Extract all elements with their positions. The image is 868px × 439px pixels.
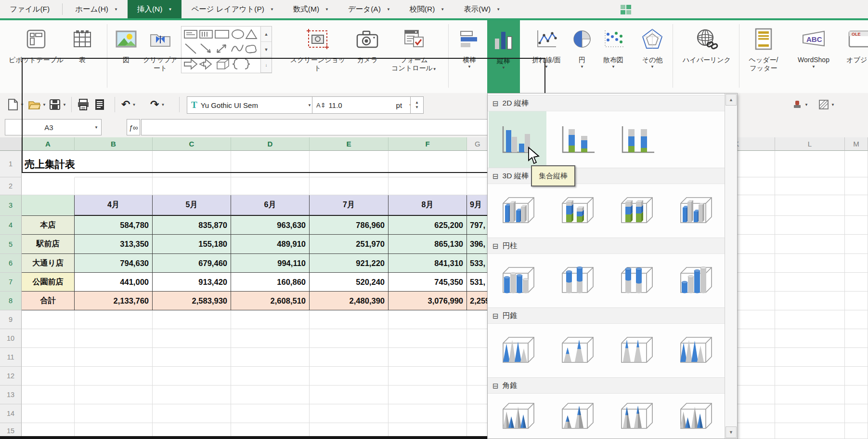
dropdown-caret[interactable]: ▼ bbox=[270, 7, 274, 12]
cell-M1[interactable] bbox=[845, 151, 868, 177]
cell-M11[interactable] bbox=[845, 348, 868, 367]
cell-D14[interactable] bbox=[231, 404, 310, 423]
cell-E10[interactable] bbox=[310, 329, 389, 348]
cell-E2[interactable] bbox=[310, 177, 389, 195]
dropdown-caret[interactable]: ▼ bbox=[325, 7, 329, 12]
menu-tab-3[interactable]: 挿入(N)▼ bbox=[128, 0, 181, 18]
cell-C8[interactable]: 2,583,930 bbox=[153, 292, 231, 310]
cell-C11[interactable] bbox=[153, 348, 231, 367]
menu-tab-7[interactable]: 校閲(R)▼ bbox=[400, 0, 454, 18]
cell-B14[interactable] bbox=[75, 404, 153, 423]
dropdown-caret[interactable]: ▼ bbox=[94, 125, 98, 130]
cell-E13[interactable] bbox=[310, 386, 389, 404]
cell-C3[interactable]: 5月 bbox=[153, 195, 231, 216]
cell-L6[interactable] bbox=[775, 254, 845, 273]
object-button[interactable]: OLE オブジェ bbox=[843, 22, 868, 64]
cell-L2[interactable] bbox=[775, 177, 845, 195]
cell-F7[interactable]: 745,350 bbox=[389, 273, 467, 292]
chart-type-clustered-cylinder[interactable] bbox=[491, 254, 544, 307]
row-header-2[interactable]: 2 bbox=[0, 177, 22, 195]
cell-B4[interactable]: 584,780 bbox=[75, 216, 153, 235]
dropdown-caret[interactable]: ▼ bbox=[387, 7, 390, 12]
row-header-5[interactable]: 5 bbox=[0, 235, 22, 254]
pie-chart-button[interactable]: 円 ▼ bbox=[571, 22, 593, 69]
print-preview-button[interactable] bbox=[94, 96, 105, 113]
column-header-A[interactable]: A bbox=[22, 137, 75, 151]
shapes-gallery-scroll[interactable]: ▲ ▼ ↓ bbox=[261, 26, 272, 73]
chart-type-pyramid-3d[interactable] bbox=[669, 394, 722, 439]
cell-L4[interactable] bbox=[775, 216, 845, 235]
cell-D9[interactable] bbox=[231, 310, 310, 329]
column-chart-button[interactable]: 縦棒 ▼ bbox=[487, 20, 520, 96]
dropdown-caret[interactable]: ▼ bbox=[831, 103, 835, 107]
clipart-button[interactable]: クリップアート bbox=[143, 22, 178, 72]
cell-F10[interactable] bbox=[389, 329, 467, 348]
cell-F3[interactable]: 8月 bbox=[389, 195, 467, 216]
cell-E6[interactable]: 921,220 bbox=[310, 254, 389, 273]
cell-B3[interactable]: 4月 bbox=[75, 195, 153, 216]
cell-M7[interactable] bbox=[845, 273, 868, 292]
table-button[interactable]: 表 bbox=[70, 22, 95, 64]
cell-A8[interactable]: 合計 bbox=[22, 292, 75, 310]
cell-F4[interactable]: 625,200 bbox=[389, 216, 467, 235]
cell-C6[interactable]: 679,460 bbox=[153, 254, 231, 273]
cell-A2[interactable] bbox=[22, 177, 75, 195]
gallery-expand-icon[interactable]: ↓ bbox=[261, 57, 272, 73]
row-header-13[interactable]: 13 bbox=[0, 386, 22, 404]
cell-B7[interactable]: 441,000 bbox=[75, 273, 153, 292]
cell-E8[interactable]: 2,480,390 bbox=[310, 292, 389, 310]
row-header-10[interactable]: 10 bbox=[0, 329, 22, 348]
cell-C4[interactable]: 835,870 bbox=[153, 216, 231, 235]
camera-button[interactable]: カメラ bbox=[351, 22, 383, 64]
cell-L15[interactable] bbox=[775, 423, 845, 439]
font-size-stepper[interactable]: ▲▼ bbox=[410, 96, 424, 114]
cell-M5[interactable] bbox=[845, 235, 868, 254]
cell-M3[interactable] bbox=[845, 195, 868, 216]
cell-L1[interactable] bbox=[775, 151, 845, 177]
font-name-select[interactable]: T Yu Gothic UI Sem ▼ bbox=[187, 96, 316, 114]
dropdown-caret[interactable]: ▼ bbox=[132, 103, 136, 107]
cell-B6[interactable]: 794,630 bbox=[75, 254, 153, 273]
cell-D3[interactable]: 6月 bbox=[231, 195, 310, 216]
row-header-6[interactable]: 6 bbox=[0, 254, 22, 273]
menu-tab-1[interactable]: ファイル(F) bbox=[0, 0, 59, 18]
cell-D7[interactable]: 160,860 bbox=[231, 273, 310, 292]
panel-scrollbar[interactable]: ▲▼ bbox=[725, 93, 737, 439]
cell-A6[interactable]: 大通り店 bbox=[22, 254, 75, 273]
cell-C5[interactable]: 155,180 bbox=[153, 235, 231, 254]
cell-F6[interactable]: 841,310 bbox=[389, 254, 467, 273]
shapes-gallery[interactable]: ▲ ▼ ↓ bbox=[181, 26, 272, 73]
cell-L8[interactable] bbox=[775, 292, 845, 310]
chart-type-column-3d[interactable] bbox=[669, 184, 722, 238]
cell-A13[interactable] bbox=[22, 386, 75, 404]
cell-M2[interactable] bbox=[845, 177, 868, 195]
column-header-L[interactable]: L bbox=[775, 137, 845, 151]
cell-C2[interactable] bbox=[153, 177, 231, 195]
row-header-1[interactable]: 1 bbox=[0, 151, 22, 177]
cell-C12[interactable] bbox=[153, 367, 231, 386]
header-footer-button[interactable]: ヘッダー/フッター bbox=[743, 22, 784, 72]
chart-type-stacked-column-3d[interactable] bbox=[550, 184, 603, 238]
cell-F14[interactable] bbox=[389, 404, 467, 423]
cell-B11[interactable] bbox=[75, 348, 153, 367]
cell-A1[interactable]: 売上集計表 bbox=[22, 151, 75, 177]
row-header-4[interactable]: 4 bbox=[0, 216, 22, 235]
scroll-up-icon[interactable]: ▲ bbox=[261, 27, 272, 42]
cell-M9[interactable] bbox=[845, 310, 868, 329]
cell-A11[interactable] bbox=[22, 348, 75, 367]
cell-B1[interactable] bbox=[75, 151, 153, 177]
cell-M6[interactable] bbox=[845, 254, 868, 273]
cell-F1[interactable] bbox=[389, 151, 467, 177]
chart-type-stacked-column-100[interactable] bbox=[608, 111, 666, 168]
pivot-table-button[interactable]: ピボットテーブル bbox=[5, 22, 67, 64]
new-document-button[interactable]: ▼ bbox=[8, 96, 24, 113]
cell-F12[interactable] bbox=[389, 367, 467, 386]
select-all-corner[interactable] bbox=[0, 137, 22, 151]
chart-type-stacked-cone[interactable] bbox=[550, 324, 603, 377]
name-box[interactable]: A3 ▼ bbox=[5, 119, 102, 135]
cell-F8[interactable]: 3,076,990 bbox=[389, 292, 467, 310]
cell-E1[interactable] bbox=[310, 151, 389, 177]
cell-B10[interactable] bbox=[75, 329, 153, 348]
cell-C9[interactable] bbox=[153, 310, 231, 329]
open-file-button[interactable]: ▼ bbox=[28, 96, 46, 113]
